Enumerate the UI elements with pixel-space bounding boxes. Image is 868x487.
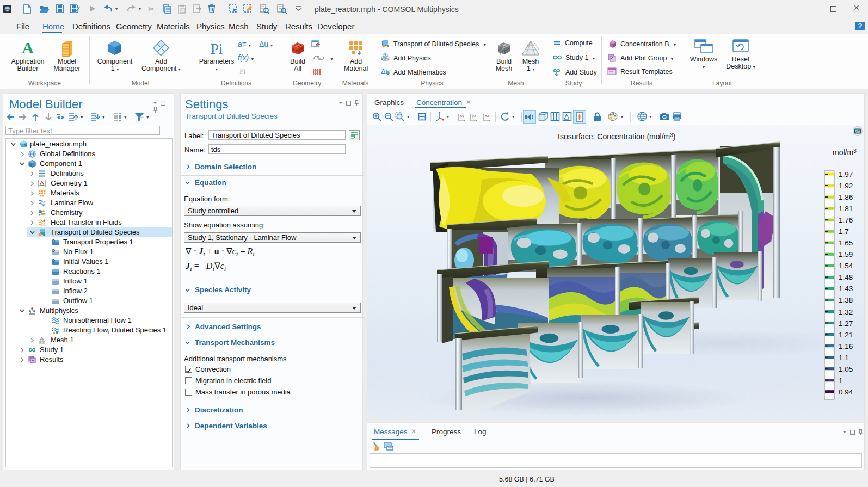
svg-text:A: A xyxy=(22,39,34,57)
svg-text:Pi: Pi xyxy=(211,41,223,57)
svg-text:D: D xyxy=(52,249,55,252)
svg-text:xy: xy xyxy=(460,113,464,118)
svg-text:D: D xyxy=(52,239,55,243)
svg-text:D: D xyxy=(52,258,55,262)
svg-text:yz: yz xyxy=(472,113,476,118)
svg-text:xz: xz xyxy=(485,113,489,118)
